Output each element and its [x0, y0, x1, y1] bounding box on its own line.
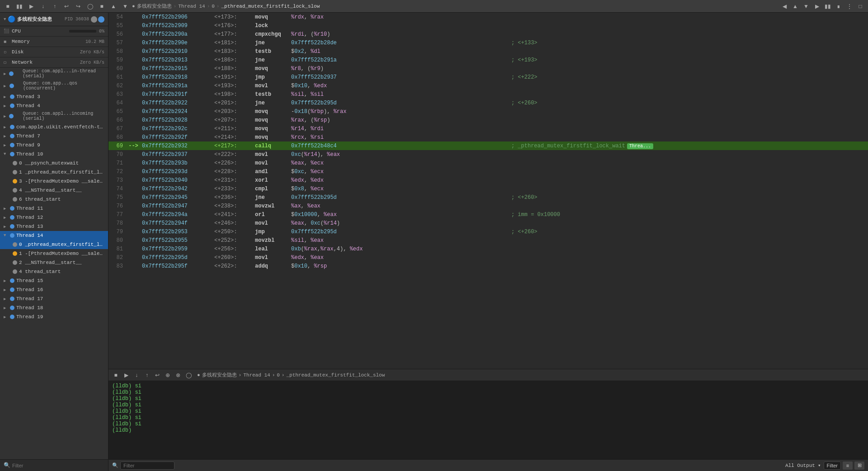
console-bc-thread[interactable]: Thread 14	[243, 372, 270, 378]
asm-row[interactable]: 61 0x7fff522b2918 <+191>: jmp 0x7fff522b…	[108, 73, 868, 81]
thread-item-t14[interactable]: ▼ Thread 14	[0, 231, 108, 240]
thread-item-t18[interactable]: ▶ Thread 18	[0, 303, 108, 312]
console-btn-5[interactable]: ↩	[153, 371, 162, 380]
breadcrumb-frame[interactable]: 0	[212, 4, 215, 9]
console-bc-func[interactable]: _pthread_mutex_firstfit_lock_slow	[286, 372, 385, 378]
asm-row[interactable]: 58 0x7fff522b2910 <+183>: testb $0x2, %d…	[108, 47, 868, 56]
thread-item-t17[interactable]: ▶ Thread 17	[0, 294, 108, 303]
asm-row[interactable]: 55 0x7fff522b2909 <+176>: lock	[108, 21, 868, 30]
asm-row[interactable]: 76 0x7fff522b2947 <+238>: movzwl %ax, %e…	[108, 202, 868, 210]
filter-input[interactable]	[12, 463, 104, 468]
console-btn-8[interactable]: ◯	[184, 371, 193, 380]
thread-item-t9[interactable]: ▶ Thread 9	[0, 141, 108, 150]
thread-item-t3[interactable]: ▶ Thread 3	[0, 92, 108, 101]
asm-row[interactable]: 83 0x7fff522b295f <+262>: addq $0x10, %r…	[108, 262, 868, 270]
asm-row[interactable]: 63 0x7fff522b291f <+198>: testb %sil, %s…	[108, 90, 868, 99]
asm-row[interactable]: 66 0x7fff522b2928 <+207>: movq %rax, (%r…	[108, 116, 868, 124]
asm-row[interactable]: 68 0x7fff522b292f <+214>: movq %rcx, %rs…	[108, 133, 868, 141]
toolbar-btn-10[interactable]: ▲	[108, 1, 118, 11]
breadcrumb-thread[interactable]: Thread 14	[178, 4, 205, 9]
toolbar-btn-3[interactable]: ▶	[26, 1, 36, 11]
nav-forward[interactable]: ▶	[812, 1, 822, 11]
asm-row[interactable]: 81 0x7fff522b2959 <+256>: leal 0xb(%rax,…	[108, 245, 868, 253]
nav-up[interactable]: ▲	[790, 1, 800, 11]
asm-view[interactable]: 54 0x7fff522b2906 <+173>: movq %rdx, %ra…	[108, 13, 868, 369]
thread-item-t7[interactable]: ▶ Thread 7	[0, 132, 108, 141]
console-btn-3[interactable]: ↓	[132, 371, 141, 380]
thread-item-t12[interactable]: ▶ Thread 12	[0, 213, 108, 222]
breadcrumb-func[interactable]: _pthread_mutex_firstfit_lock_slow	[221, 4, 320, 9]
asm-row[interactable]: 79 0x7fff522b2953 <+250>: jmp 0x7fff522b…	[108, 227, 868, 236]
console-btn-4[interactable]: ↑	[142, 371, 151, 380]
console-btn-6[interactable]: ⊕	[163, 371, 172, 380]
toolbar-btn-1[interactable]: ■	[3, 1, 13, 11]
asm-row[interactable]: 67 0x7fff522b292c <+211>: movq %r14, %rd…	[108, 124, 868, 133]
nav-more[interactable]: ⋮	[844, 1, 854, 11]
thread-item-t1[interactable]: ▶ Thread 1 Queue: com.appl...in-thread (…	[0, 68, 108, 80]
thread-item-t14c2[interactable]: 2 __NSThread__start__	[0, 258, 108, 267]
thread-item-t14c4[interactable]: 4 thread_start	[0, 267, 108, 276]
thread-item-t5[interactable]: ▶ Thread 5 Queue: com.appl...incoming (s…	[0, 110, 108, 122]
toolbar-btn-2[interactable]: ▮▮	[14, 1, 24, 11]
asm-row[interactable]: 72 0x7fff522b293d <+228>: andl $0xc, %ec…	[108, 167, 868, 176]
thread-item-t14c1[interactable]: 1 -[PthreadMutexDemo __saleTicket]	[0, 249, 108, 258]
nav-down[interactable]: ▼	[801, 1, 811, 11]
console-btn-7[interactable]: ⊗	[174, 371, 183, 380]
thread-item-t11[interactable]: ▶ Thread 11	[0, 204, 108, 213]
thread-item-t2[interactable]: ▶ Thread 2 Queue: com.app...qos (concurr…	[0, 80, 108, 92]
thread-item-t19[interactable]: ▶ Thread 19	[0, 312, 108, 321]
thread-item-t14c0[interactable]: 0 _pthread_mutex_firstfit_lock_slow	[0, 240, 108, 249]
toolbar-btn-7[interactable]: ↪	[73, 1, 83, 11]
asm-row[interactable]: 65 0x7fff522b2924 <+203>: movq -0x18(%rb…	[108, 107, 868, 116]
asm-row[interactable]: 74 0x7fff522b2942 <+233>: cmpl $0x8, %ec…	[108, 184, 868, 193]
toolbar-btn-6[interactable]: ↩	[61, 1, 71, 11]
asm-row[interactable]: 75 0x7fff522b2945 <+236>: jne 0x7fff522b…	[108, 193, 868, 202]
thread-item-t10c0[interactable]: 0 __psynch_mutexwait	[0, 159, 108, 168]
breadcrumb-process[interactable]: 多线程安全隐患	[137, 3, 172, 9]
nav-split[interactable]: ▮▮	[823, 1, 833, 11]
toolbar-btn-9[interactable]: ■	[97, 1, 107, 11]
asm-row[interactable]: 60 0x7fff522b2915 <+188>: movq %r8, (%r9…	[108, 64, 868, 73]
console-bc-frame[interactable]: 0	[277, 372, 280, 378]
process-run-btn[interactable]	[98, 16, 104, 23]
asm-row[interactable]: 56 0x7fff522b290a <+177>: cmpxchgq %rdi,…	[108, 30, 868, 38]
asm-row[interactable]: 54 0x7fff522b2906 <+173>: movq %rdx, %ra…	[108, 13, 868, 21]
thread-item-t13[interactable]: ▶ Thread 13	[0, 222, 108, 231]
thread-item-t10c4[interactable]: 4 __NSThread__start__	[0, 186, 108, 195]
console-output-label[interactable]: All Output	[785, 463, 815, 468]
process-pause-btn[interactable]	[91, 16, 97, 23]
asm-row[interactable]: 71 0x7fff522b293b <+226>: movl %eax, %ec…	[108, 159, 868, 167]
thread-item-t16[interactable]: ▶ Thread 16	[0, 285, 108, 294]
status-filter-btn[interactable]: Filter	[824, 462, 841, 470]
console-output[interactable]: (lldb) si(lldb) si(lldb) si(lldb) si(lld…	[108, 381, 868, 459]
asm-row[interactable]: 82 0x7fff522b295d <+260>: movl %edx, %ea…	[108, 253, 868, 262]
toolbar-btn-8[interactable]: ◯	[85, 1, 95, 11]
asm-row[interactable]: 78 0x7fff522b294f <+246>: movl %eax, 0xc…	[108, 219, 868, 227]
thread-item-t15[interactable]: ▶ Thread 15	[0, 276, 108, 285]
toolbar-btn-4[interactable]: ↓	[38, 1, 48, 11]
view-btn-list[interactable]: ≡	[843, 462, 853, 470]
thread-item-t4[interactable]: ▶ Thread 4	[0, 101, 108, 110]
console-btn-1[interactable]: ■	[111, 371, 120, 380]
console-btn-2[interactable]: ▶	[122, 371, 131, 380]
asm-row[interactable]: 70 0x7fff522b2937 <+222>: movl 0xc(%r14)…	[108, 150, 868, 159]
asm-row[interactable]: 69 --> 0x7fff522b2932 <+217>: callq 0x7f…	[108, 141, 868, 150]
console-bc-process[interactable]: 多线程安全隐患	[202, 372, 237, 378]
toolbar-btn-5[interactable]: ↑	[50, 1, 60, 11]
asm-row[interactable]: 80 0x7fff522b2955 <+252>: movzbl %sil, %…	[108, 236, 868, 245]
thread-item-t6[interactable]: ▶ com.apple.uikit.eventfetch-thread (6)	[0, 122, 108, 132]
asm-row[interactable]: 59 0x7fff522b2913 <+186>: jne 0x7fff522b…	[108, 56, 868, 64]
asm-row[interactable]: 73 0x7fff522b2940 <+231>: xorl %edx, %ed…	[108, 176, 868, 184]
view-btn-grid[interactable]: ⊞	[854, 462, 864, 470]
thread-item-t10c6[interactable]: 6 thread_start	[0, 195, 108, 204]
nav-zoom[interactable]: □	[855, 1, 865, 11]
asm-row[interactable]: 77 0x7fff522b294a <+241>: orl $0x10000, …	[108, 210, 868, 219]
process-expand-icon[interactable]: ▼	[4, 17, 6, 22]
nav-layout[interactable]: ∎	[834, 1, 844, 11]
thread-item-t10[interactable]: ▼ Thread 10	[0, 150, 108, 159]
status-filter-input[interactable]	[120, 462, 175, 470]
toolbar-btn-11[interactable]: ▼	[120, 1, 130, 11]
asm-row[interactable]: 62 0x7fff522b291a <+193>: movl $0x10, %e…	[108, 81, 868, 90]
nav-back[interactable]: ◀	[779, 1, 789, 11]
thread-item-t10c1[interactable]: 1 _pthread_mutex_firstfit_lock_slow	[0, 168, 108, 177]
